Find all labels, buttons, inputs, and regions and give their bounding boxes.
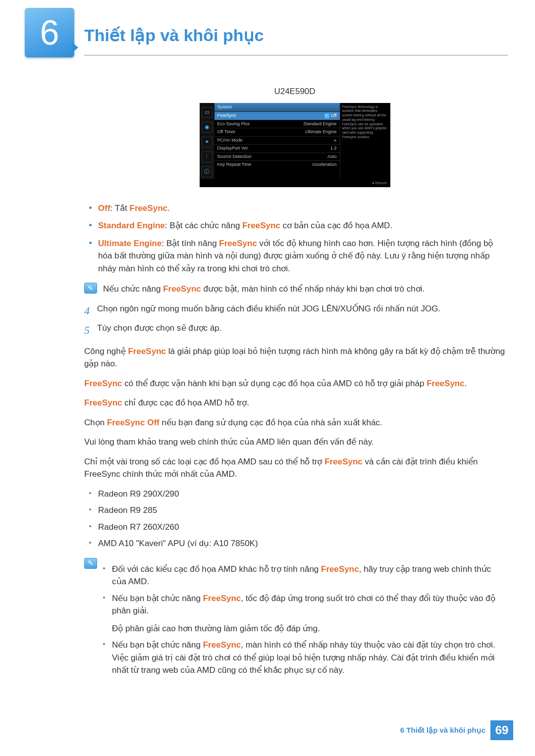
- osd-row: FreeSync ✓Off: [214, 111, 340, 120]
- osd-row-label: DisplayPort Ver.: [217, 145, 330, 152]
- osd-row-label: Eco Saving Plus: [217, 121, 304, 128]
- list-item: Nếu bạn bật chức năng FreeSync, tốc độ đ…: [103, 592, 505, 635]
- freesync-term: FreeSync: [242, 221, 280, 230]
- list-item: Ultimate Engine: Bật tính năng FreeSync …: [89, 237, 505, 275]
- osd-row: Key Repeat Time Acceleration: [214, 160, 340, 169]
- osd-row-label: Source Detection: [217, 153, 327, 160]
- step-text: Tùy chọn được chọn sẽ được áp.: [97, 322, 222, 338]
- step-4: 4 Chọn ngôn ngữ mong muốn bằng cách điều…: [84, 302, 505, 319]
- freesync-term: FreeSync: [203, 640, 241, 650]
- paragraph: FreeSync có thể được vận hành khi bạn sử…: [84, 377, 505, 390]
- list-item: AMD A10 "Kaveri" APU (ví dụ: A10 7850K): [89, 537, 505, 550]
- osd-row-label: Key Repeat Time: [217, 161, 312, 168]
- page-footer: 6 Thiết lập và khôi phục 69: [400, 720, 513, 740]
- chapter-title: Thiết lập và khôi phục: [84, 10, 508, 55]
- list-item: Radeon R9 285: [89, 504, 505, 517]
- list-item: Radeon R9 290X/290: [89, 488, 505, 501]
- osd-return-label: Return: [375, 181, 387, 185]
- osd-row: Eco Saving Plus Standard Engine: [214, 120, 340, 128]
- osd-row-value: Standard Engine: [303, 121, 336, 128]
- freesync-off-term: FreeSync Off: [107, 418, 160, 427]
- osd-icon: ◉: [202, 122, 213, 133]
- osd-row-value: Off: [331, 113, 337, 118]
- freesync-term: FreeSync: [130, 203, 168, 213]
- note-text: Đối với các kiểu cạc đồ họa AMD khác hỗ …: [103, 558, 505, 685]
- osd-icon: ⋮: [202, 151, 213, 162]
- step-5: 5 Tùy chọn được chọn sẽ được áp.: [84, 322, 505, 338]
- option-key: Off: [98, 203, 110, 213]
- osd-row: Source Detection Auto: [214, 152, 340, 161]
- osd-row-label: PC/AV Mode: [217, 137, 334, 144]
- paragraph: Chỉ một vài trong số các loại cạc đồ họa…: [84, 455, 505, 481]
- note-text: Nếu chức năng FreeSync được bật, màn hìn…: [103, 283, 505, 296]
- osd-category: System: [214, 103, 340, 112]
- step-text: Chọn ngôn ngữ mong muốn bằng cách điều k…: [97, 302, 440, 319]
- gpu-list: Radeon R9 290X/290 Radeon R9 285 Radeon …: [89, 488, 505, 550]
- freesync-term: FreeSync: [84, 379, 122, 388]
- osd-row-value: ▸: [334, 137, 337, 144]
- osd-footer: ◂ Return: [200, 179, 390, 187]
- osd-row-value: 1.2: [330, 145, 337, 152]
- list-item: Standard Engine: Bật các chức năng FreeS…: [89, 219, 505, 232]
- freesync-options-list: Off: Tắt FreeSync. Standard Engine: Bật …: [89, 202, 505, 275]
- osd-row: DisplayPort Ver. 1.2: [214, 144, 340, 152]
- osd-icon: ▭: [202, 107, 213, 118]
- osd-row-value: Auto: [327, 153, 337, 160]
- list-item: Off: Tắt FreeSync.: [89, 202, 505, 215]
- option-key: Ultimate Engine: [98, 239, 161, 248]
- osd-row-value: Ultimate Engine: [305, 129, 337, 136]
- chapter-number-badge: 6: [25, 8, 74, 57]
- list-item: Radeon R7 260X/260: [89, 521, 505, 534]
- osd-row: PC/AV Mode ▸: [214, 136, 340, 145]
- note-box: ✎ Nếu chức năng FreeSync được bật, màn h…: [84, 283, 505, 296]
- page-content: U24E590D ▭ ◉ ✦ ⋮ ⓘ System FreeSync ✓Off …: [0, 85, 535, 685]
- freesync-term: FreeSync: [128, 347, 166, 356]
- osd-row-value: Acceleration: [312, 161, 337, 168]
- note-box: ✎ Đối với các kiểu cạc đồ họa AMD khác h…: [84, 558, 505, 685]
- note-icon: ✎: [84, 283, 97, 294]
- osd-row-label: Off Timer: [217, 129, 305, 136]
- freesync-term: FreeSync: [163, 284, 201, 294]
- osd-row-label: FreeSync: [217, 112, 324, 119]
- model-label: U24E590D: [84, 85, 505, 98]
- freesync-term: FreeSync: [427, 379, 465, 388]
- note-icon: ✎: [84, 558, 97, 569]
- option-key: Standard Engine: [98, 221, 165, 230]
- paragraph: Chọn FreeSync Off nếu bạn đang sử dụng c…: [84, 416, 505, 429]
- paragraph: Công nghệ FreeSync là giải pháp giúp loạ…: [84, 345, 505, 370]
- page-number: 69: [490, 720, 513, 740]
- freesync-term: FreeSync: [84, 398, 122, 407]
- osd-screenshot: ▭ ◉ ✦ ⋮ ⓘ System FreeSync ✓Off Eco Savin…: [200, 103, 390, 187]
- freesync-term: FreeSync: [219, 239, 257, 248]
- freesync-term: FreeSync: [321, 564, 359, 574]
- step-number: 4: [84, 302, 97, 319]
- paragraph: Vui lòng tham khảo trang web chính thức …: [84, 436, 505, 449]
- osd-info-panel: FreeSync technology is solution that eli…: [340, 103, 390, 179]
- paragraph: FreeSync chỉ được cạc đồ họa AMD hỗ trợ.: [84, 397, 505, 409]
- osd-icon: ✦: [202, 137, 213, 148]
- note-subtext: Độ phân giải cao hơn thường làm giảm tốc…: [112, 622, 505, 635]
- osd-row: Off Timer Ultimate Engine: [214, 128, 340, 136]
- list-item: Nếu bạn bật chức năng FreeSync, màn hình…: [103, 639, 505, 677]
- freesync-term: FreeSync: [324, 457, 363, 466]
- osd-icon-column: ▭ ◉ ✦ ⋮ ⓘ: [200, 103, 214, 179]
- osd-icon: ⓘ: [202, 166, 213, 177]
- list-item: Đối với các kiểu cạc đồ họa AMD khác hỗ …: [103, 563, 505, 588]
- check-icon: ✓: [324, 113, 329, 118]
- footer-chapter-label: 6 Thiết lập và khôi phục: [400, 725, 485, 736]
- page-header: 6 Thiết lập và khôi phục: [0, 0, 535, 55]
- freesync-term: FreeSync: [203, 594, 241, 603]
- step-number: 5: [84, 322, 97, 338]
